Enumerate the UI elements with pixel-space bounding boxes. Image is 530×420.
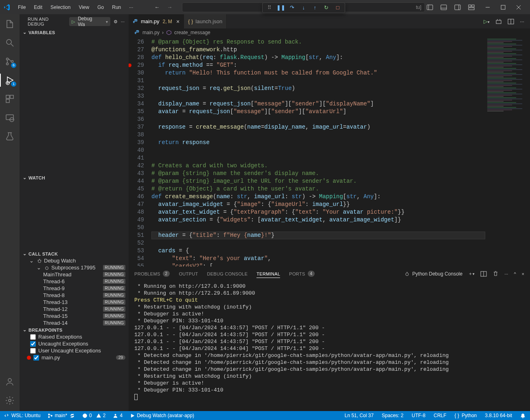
source-control-icon[interactable]: 6 bbox=[4, 56, 15, 67]
settings-gear-icon[interactable] bbox=[4, 395, 15, 406]
debug-step-out-icon[interactable]: ↑ bbox=[311, 4, 319, 11]
variables-header[interactable]: ⌄VARIABLES bbox=[20, 29, 129, 36]
nav-forward-icon[interactable]: → bbox=[167, 4, 172, 10]
debug-alt-icon[interactable] bbox=[495, 18, 502, 25]
status-spaces[interactable]: Spaces: 2 bbox=[381, 413, 405, 418]
bottom-panel: PROBLEMS2 OUTPUT DEBUG CONSOLE TERMINAL … bbox=[129, 267, 530, 411]
menu-file[interactable]: File bbox=[15, 2, 29, 13]
remote-explorer-icon[interactable] bbox=[4, 112, 15, 123]
status-lang[interactable]: { }Python bbox=[453, 413, 478, 418]
panel-tab-ports[interactable]: PORTS4 bbox=[289, 271, 315, 277]
kill-terminal-icon[interactable] bbox=[493, 271, 499, 277]
watch-header[interactable]: ⌄WATCH bbox=[20, 174, 129, 181]
start-debug-icon[interactable]: ▷ bbox=[70, 19, 77, 24]
debug-step-into-icon[interactable]: ↓ bbox=[300, 4, 307, 11]
close-panel-icon[interactable]: × bbox=[522, 271, 524, 276]
accounts-icon[interactable] bbox=[4, 376, 15, 387]
nav-back-icon[interactable]: ← bbox=[154, 4, 160, 10]
svg-line-14 bbox=[11, 44, 13, 46]
panel-tab-output[interactable]: OUTPUT bbox=[179, 271, 198, 276]
status-ports[interactable]: 4 bbox=[112, 413, 124, 418]
extensions-icon[interactable] bbox=[4, 93, 15, 105]
menu-view[interactable]: View bbox=[75, 2, 92, 13]
debug-stop-icon[interactable]: □ bbox=[334, 4, 342, 11]
callstack-thread[interactable]: Thread-8RUNNING bbox=[20, 292, 129, 299]
status-problems[interactable]: 02 bbox=[81, 413, 107, 418]
split-editor-icon[interactable] bbox=[508, 18, 514, 25]
maximize-icon[interactable] bbox=[500, 4, 506, 11]
maximize-panel-icon[interactable]: ^ bbox=[514, 271, 516, 276]
minimize-icon[interactable] bbox=[484, 4, 491, 11]
tab-launch-json[interactable]: { }launch.json bbox=[184, 14, 227, 28]
close-icon[interactable] bbox=[515, 4, 522, 11]
customize-layout-icon[interactable] bbox=[468, 4, 475, 11]
bp-user-uncaught[interactable]: User Uncaught Exceptions bbox=[20, 347, 129, 354]
panel-tab-problems[interactable]: PROBLEMS2 bbox=[134, 271, 170, 277]
menu-run[interactable]: Run bbox=[109, 2, 124, 13]
tab-more-icon[interactable]: ··· bbox=[520, 18, 524, 24]
run-debug-icon[interactable]: 1 bbox=[4, 74, 15, 86]
run-file-icon[interactable]: ▷▾ bbox=[484, 18, 490, 24]
split-terminal-icon[interactable] bbox=[480, 271, 487, 277]
callstack-subprocess[interactable]: ⌄Subprocess 17995RUNNING bbox=[20, 264, 129, 271]
status-encoding[interactable]: UTF-8 bbox=[410, 413, 427, 418]
svg-rect-0 bbox=[427, 5, 433, 10]
status-branch[interactable]: main* bbox=[46, 413, 76, 418]
terminal-output[interactable]: * Running on http://127.0.0.1:9000 * Run… bbox=[129, 280, 530, 411]
status-debug-target[interactable]: Debug Watch (avatar-app) bbox=[129, 413, 195, 418]
panel-tab-debug-console[interactable]: DEBUG CONSOLE bbox=[207, 271, 247, 276]
menu-more[interactable]: ··· bbox=[126, 2, 136, 13]
new-terminal-icon[interactable]: ＋▾ bbox=[468, 271, 475, 277]
chevron-down-icon[interactable]: ▾ bbox=[106, 20, 110, 24]
menu-go[interactable]: Go bbox=[94, 2, 107, 13]
status-eol[interactable]: CRLF bbox=[432, 413, 447, 418]
minimap[interactable] bbox=[485, 37, 530, 267]
callstack-thread[interactable]: Thread-13RUNNING bbox=[20, 299, 129, 306]
explorer-icon[interactable] bbox=[4, 18, 15, 30]
svg-point-16 bbox=[7, 63, 9, 65]
gear-icon[interactable]: ⚙ bbox=[114, 19, 118, 24]
terminal-kind[interactable]: Python Debug Console bbox=[404, 271, 462, 277]
testing-icon[interactable] bbox=[4, 131, 15, 142]
status-notifications-icon[interactable] bbox=[519, 413, 527, 418]
debug-drag-icon[interactable]: ⠿ bbox=[266, 4, 273, 11]
status-remote[interactable]: WSL: Ubuntu bbox=[3, 413, 42, 418]
svg-point-42 bbox=[48, 413, 50, 415]
callstack-thread[interactable]: MainThreadRUNNING bbox=[20, 271, 129, 278]
status-interpreter[interactable]: 3.8.10 64-bit bbox=[484, 413, 513, 418]
toggle-panel-bottom-icon[interactable] bbox=[440, 4, 447, 11]
toggle-panel-left-icon[interactable] bbox=[427, 4, 433, 11]
bp-file[interactable]: main.py29 bbox=[20, 354, 129, 361]
bp-raised[interactable]: Raised Exceptions bbox=[20, 333, 129, 340]
panel-more-icon[interactable]: ··· bbox=[504, 271, 508, 276]
debug-restart-icon[interactable]: ↻ bbox=[323, 4, 330, 11]
debug-config-selector[interactable]: ▷ Debug Wa ▾ bbox=[69, 17, 110, 26]
toggle-panel-right-icon[interactable] bbox=[454, 4, 461, 11]
debug-step-over-icon[interactable]: ↷ bbox=[289, 4, 296, 11]
callstack-thread[interactable]: Thread-15RUNNING bbox=[20, 313, 129, 319]
menu-selection[interactable]: Selection bbox=[47, 2, 74, 13]
svg-point-25 bbox=[8, 378, 11, 382]
callstack-thread[interactable]: Thread-6RUNNING bbox=[20, 278, 129, 285]
callstack-thread[interactable]: Thread-9RUNNING bbox=[20, 285, 129, 292]
menu-edit[interactable]: Edit bbox=[31, 2, 46, 13]
close-tab-icon[interactable]: × bbox=[176, 18, 180, 25]
code-editor[interactable]: # @param {Object} res Response to send b… bbox=[151, 37, 485, 267]
line-gutter[interactable]: 2627282930313233343536373839404142434445… bbox=[129, 37, 151, 267]
breakpoint-dot-icon bbox=[27, 356, 31, 360]
callstack-thread[interactable]: Thread-12RUNNING bbox=[20, 306, 129, 313]
callstack-header[interactable]: ⌄CALL STACK bbox=[20, 250, 129, 257]
debug-pause-icon[interactable]: ❚❚ bbox=[277, 4, 285, 11]
breakpoints-header[interactable]: ⌄BREAKPOINTS bbox=[20, 326, 129, 333]
bp-uncaught[interactable]: Uncaught Exceptions bbox=[20, 340, 129, 347]
command-center[interactable]: ⠿ ❚❚ ↷ ↓ ↑ ↻ □ tu] bbox=[182, 2, 425, 12]
callstack-thread[interactable]: Thread-14RUNNING bbox=[20, 319, 129, 326]
callstack-session[interactable]: ⌄Debug Watch bbox=[20, 257, 129, 264]
status-cursor[interactable]: Ln 51, Col 37 bbox=[343, 413, 375, 418]
search-icon[interactable] bbox=[4, 37, 15, 48]
panel-tab-terminal[interactable]: TERMINAL bbox=[256, 271, 280, 278]
tab-main-py[interactable]: main.py2, M× bbox=[129, 14, 184, 28]
bug-icon bbox=[44, 265, 50, 271]
more-icon[interactable]: ··· bbox=[121, 19, 125, 24]
breadcrumb[interactable]: main.py› create_message bbox=[129, 28, 530, 37]
